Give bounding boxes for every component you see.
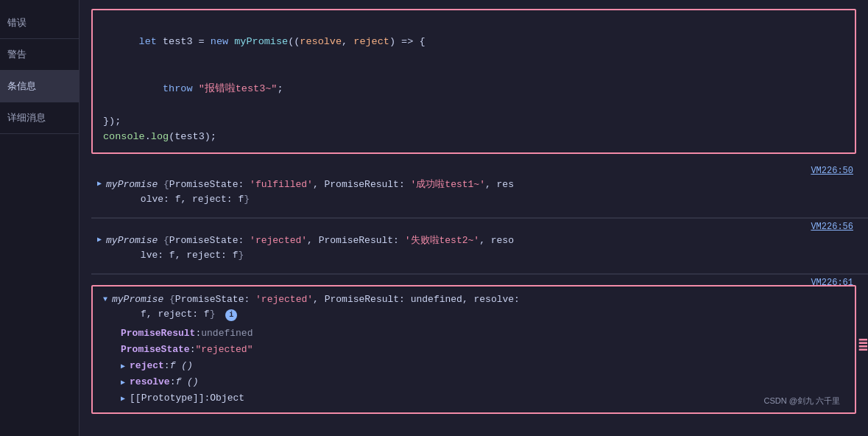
prop-expandable-reject[interactable]: ▶ reject: f () (121, 358, 844, 374)
prop-row-promisestate: PromiseState: "rejected" (121, 342, 844, 358)
log-text-1: myPromise {PromiseState: 'fulfilled', Pr… (106, 177, 514, 207)
prop-key-prototype: [[Prototype]] (130, 390, 204, 407)
prop-value-promiseresult: undefined (201, 326, 253, 342)
prop-key-resolve: resolve (130, 374, 170, 390)
info-badge[interactable]: i (225, 309, 237, 321)
log-text-2: myPromise {PromiseState: 'rejected', Pro… (106, 233, 514, 263)
expand-triangle-2[interactable]: ▶ (97, 234, 102, 246)
sidebar-item-verbose[interactable]: 详细消息 (0, 102, 79, 134)
sidebar-item-info[interactable]: 条信息 (0, 71, 79, 102)
expand-triangle-3[interactable]: ▼ (103, 294, 107, 306)
prop-key-promisestate: PromiseState (121, 342, 190, 358)
prop-expandable-prototype[interactable]: ▶ [[Prototype]]: Object (121, 390, 844, 407)
kw-let: let (139, 36, 163, 47)
expanded-props: PromiseResult: undefined PromiseState: "… (103, 326, 844, 407)
log-section-1: VM226:50 ▶ myPromise {PromiseState: 'ful… (91, 163, 868, 218)
prop-value-prototype: Object (210, 390, 244, 407)
sidebar-item-error[interactable]: 错误 (0, 7, 79, 39)
sidebar: 错误 警告 条信息 详细消息 (0, 0, 80, 436)
log-section-2: VM226:56 ▶ myPromise {PromiseState: 'rej… (91, 219, 868, 274)
code-line-2: throw "报错啦test3~"; (103, 66, 844, 113)
expanded-header: ▼ myPromise {PromiseState: 'rejected', P… (103, 292, 844, 325)
vm-link-area-3: VM226:61 (80, 275, 868, 279)
log-row-2: ▶ myPromise {PromiseState: 'rejected', P… (91, 228, 868, 269)
code-block: let test3 = new myPromise((resolve, reje… (91, 9, 856, 154)
prop-value-reject: f () (170, 358, 193, 374)
expand-reject-icon: ▶ (121, 360, 125, 373)
code-line-3: }); (103, 113, 844, 130)
prop-value-promisestate: "rejected" (195, 342, 253, 358)
expand-resolve-icon: ▶ (121, 376, 125, 389)
expanded-block: ▼ myPromise {PromiseState: 'rejected', P… (91, 285, 856, 414)
code-line-4: console.log(test3); (103, 129, 844, 145)
log-text-3: myPromise {PromiseState: 'rejected', Pro… (112, 292, 520, 322)
edge-browser-icon[interactable]: ≣ (858, 334, 868, 354)
main-content: let test3 = new myPromise((resolve, reje… (80, 0, 868, 436)
prop-value-resolve: f () (175, 374, 198, 390)
prop-key-promiseresult: PromiseResult (121, 326, 195, 342)
sidebar-item-warning[interactable]: 警告 (0, 39, 79, 71)
prop-expandable-resolve[interactable]: ▶ resolve: f () (121, 374, 844, 390)
prop-key-reject: reject (130, 358, 164, 374)
csdn-watermark: CSDN @剑九 六千里 (764, 395, 840, 407)
expand-prototype-icon: ▶ (121, 393, 125, 405)
vm-link-1[interactable]: VM226:50 (811, 166, 853, 176)
vm-link-2[interactable]: VM226:56 (811, 222, 853, 232)
prop-row-promiseresult: PromiseResult: undefined (121, 326, 844, 342)
log-row-1: ▶ myPromise {PromiseState: 'fulfilled', … (91, 172, 868, 213)
log-section-3-wrapper: VM226:61 ▼ myPromise {PromiseState: 'rej… (80, 275, 868, 414)
code-line-1: let test3 = new myPromise((resolve, reje… (103, 18, 844, 66)
expand-triangle-1[interactable]: ▶ (97, 178, 102, 190)
